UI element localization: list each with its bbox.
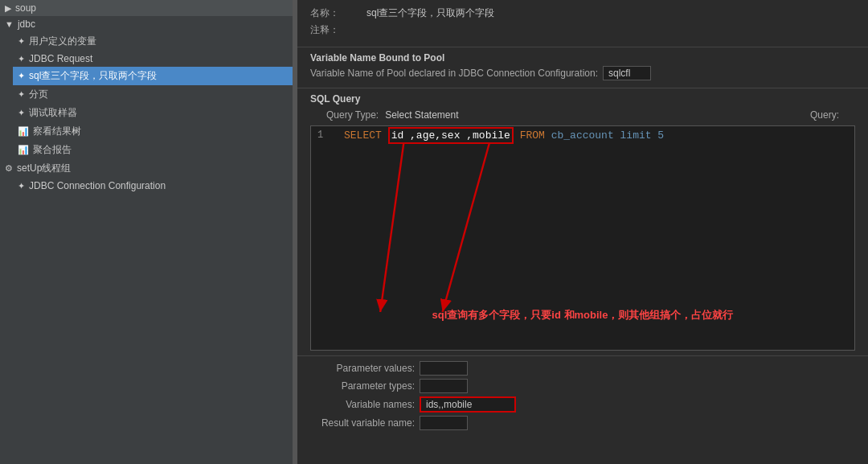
- gear-icon: ⚙: [5, 163, 13, 174]
- param-values-row: Parameter values:: [310, 361, 855, 376]
- name-label: 名称：: [310, 6, 366, 20]
- params-section: Parameter values: Parameter types: Varia…: [297, 355, 868, 438]
- result-variable-label: Result variable name:: [310, 417, 415, 429]
- query-label: Query:: [810, 109, 839, 121]
- sidebar-item-jdbc-request[interactable]: ✦ JDBC Request: [13, 51, 293, 67]
- param-values-label: Parameter values:: [310, 363, 415, 374]
- sidebar-item-results-tree[interactable]: 📊 察看结果树: [13, 122, 293, 141]
- pool-section: Variable Name Bound to Pool Variable Nam…: [297, 47, 868, 88]
- sidebar-item-user-vars[interactable]: ✦ 用户定义的变量: [13, 32, 293, 51]
- pool-value[interactable]: sqlcfl: [603, 66, 651, 80]
- sidebar-item-debug-sampler[interactable]: ✦ 调试取样器: [13, 104, 293, 122]
- query-type-label: Query Type:: [326, 109, 379, 121]
- name-row: 名称： sql查三个字段，只取两个字段: [310, 6, 855, 20]
- request-icon: ✦: [18, 54, 25, 64]
- sidebar-item-aggregate-report[interactable]: 📊 聚合报告: [13, 141, 293, 159]
- sidebar-item-sql-query[interactable]: ✦ sql查三个字段，只取两个字段: [13, 67, 293, 85]
- name-value: sql查三个字段，只取两个字段: [366, 6, 494, 20]
- param-values-value[interactable]: [420, 361, 468, 376]
- line-number-1: 1: [317, 129, 338, 141]
- table-name: cb_account: [551, 129, 614, 142]
- variable-names-label: Variable names:: [310, 399, 415, 410]
- sql-query-section: SQL Query Query Type: Select Statement Q…: [297, 88, 868, 355]
- arrow-down-icon: ▼: [5, 19, 14, 29]
- comment-label: 注释：: [310, 23, 366, 37]
- keyword-limit: limit: [620, 129, 652, 142]
- fields-highlight: id ,age,sex ,mobile: [388, 127, 514, 144]
- variable-names-value[interactable]: ids,,mobile: [420, 396, 516, 413]
- pool-value-row: Variable Name of Pool declared in JDBC C…: [310, 66, 855, 80]
- chart-icon: 📊: [18, 126, 29, 137]
- code-line-1: 1 SELECT id ,age,sex ,mobile FROM cb_acc…: [311, 126, 854, 145]
- pool-declared-label: Variable Name of Pool declared in JDBC C…: [310, 68, 598, 79]
- sql-editor-container: 1 SELECT id ,age,sex ,mobile FROM cb_acc…: [310, 125, 855, 351]
- main-panel: 名称： sql查三个字段，只取两个字段 注释： Variable Name Bo…: [297, 0, 868, 464]
- name-comment-section: 名称： sql查三个字段，只取两个字段 注释：: [297, 0, 868, 47]
- sidebar-item-soup[interactable]: ▶ soup: [0, 0, 293, 16]
- active-icon: ✦: [18, 71, 25, 81]
- page-icon: ✦: [18, 89, 25, 100]
- sidebar-item-jdbc[interactable]: ▼ jdbc: [0, 16, 293, 32]
- result-variable-value[interactable]: [420, 416, 468, 430]
- sidebar-item-jdbc-connection-config[interactable]: ✦ JDBC Connection Configuration: [13, 178, 293, 194]
- keyword-from: FROM: [520, 129, 545, 142]
- sidebar-item-setup-thread-group[interactable]: ⚙ setUp线程组: [0, 159, 293, 178]
- param-types-label: Parameter types:: [310, 380, 415, 392]
- code-editor[interactable]: 1 SELECT id ,age,sex ,mobile FROM cb_acc…: [310, 125, 855, 351]
- arrow-icon: ▶: [5, 3, 11, 14]
- sidebar-item-pagination[interactable]: ✦ 分页: [13, 85, 293, 104]
- variable-names-row: Variable names: ids,,mobile: [310, 396, 855, 413]
- param-types-row: Parameter types:: [310, 379, 855, 393]
- code-text: SELECT id ,age,sex ,mobile FROM cb_accou…: [344, 129, 664, 142]
- var-icon: ✦: [18, 36, 25, 47]
- query-type-value: Select Statement: [385, 109, 458, 121]
- limit-number: 5: [657, 129, 664, 142]
- result-variable-row: Result variable name:: [310, 416, 855, 430]
- pool-section-title: Variable Name Bound to Pool: [310, 52, 444, 64]
- query-type-row: Query Type: Select Statement Query:: [310, 109, 855, 121]
- sidebar: ▶ soup ▼ jdbc ✦ 用户定义的变量 ✦ JDBC Request ✦…: [0, 0, 293, 464]
- config-icon: ✦: [18, 181, 25, 191]
- keyword-select: SELECT: [344, 129, 382, 142]
- sql-section-title: SQL Query: [310, 93, 855, 105]
- report-icon: 📊: [18, 145, 29, 155]
- comment-row: 注释：: [310, 23, 855, 37]
- param-types-value[interactable]: [420, 379, 468, 393]
- pool-title-row: Variable Name Bound to Pool: [310, 52, 855, 64]
- debug-icon: ✦: [18, 108, 25, 118]
